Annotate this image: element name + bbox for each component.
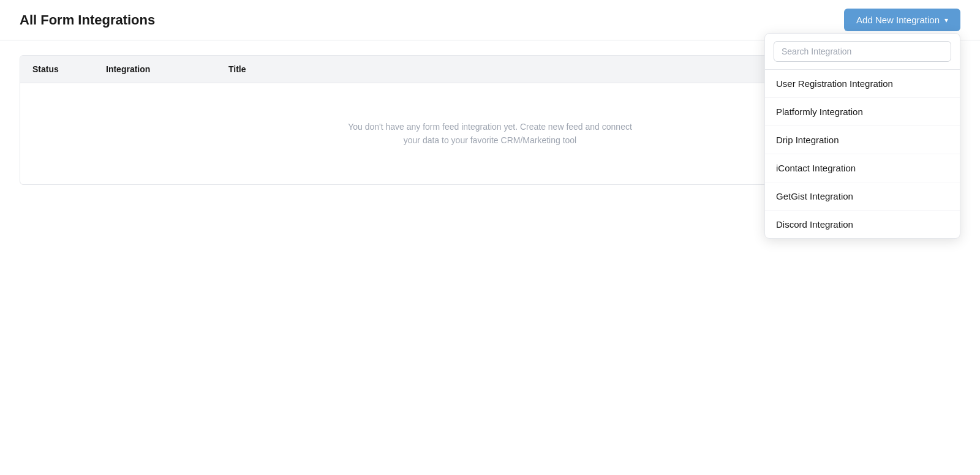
search-wrapper: [765, 34, 960, 70]
dropdown-item-user-registration[interactable]: User Registration Integration: [765, 70, 960, 98]
dropdown-item-discord[interactable]: Discord Integration: [765, 211, 960, 238]
column-header-status: Status: [32, 64, 106, 74]
search-integration-input[interactable]: [774, 41, 951, 62]
add-button-label: Add New Integration: [856, 15, 940, 25]
page-title: All Form Integrations: [20, 12, 155, 28]
dropdown-item-icontact[interactable]: iContact Integration: [765, 154, 960, 182]
integration-dropdown: User Registration Integration Platformly…: [764, 33, 960, 239]
dropdown-item-drip[interactable]: Drip Integration: [765, 126, 960, 154]
dropdown-item-getgist[interactable]: GetGist Integration: [765, 182, 960, 211]
dropdown-item-platformly[interactable]: Platformly Integration: [765, 98, 960, 126]
dropdown-menu-panel: User Registration Integration Platformly…: [764, 33, 960, 239]
column-header-integration: Integration: [106, 64, 228, 74]
add-new-integration-button[interactable]: Add New Integration ▾: [844, 9, 960, 31]
chevron-down-icon: ▾: [944, 16, 948, 24]
